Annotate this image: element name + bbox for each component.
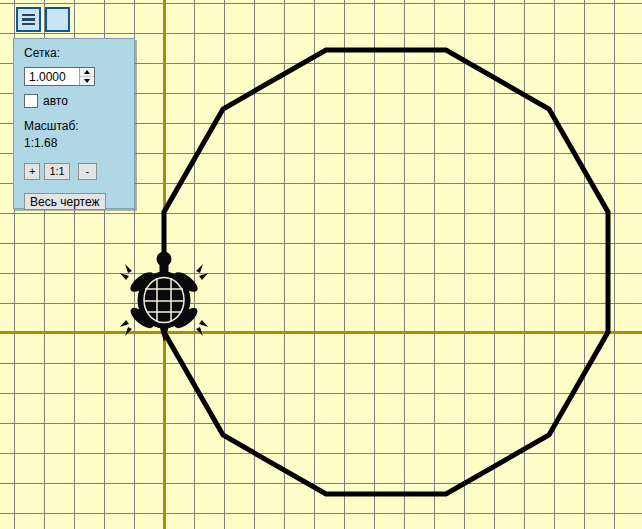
zoom-buttons-row: + 1:1 - <box>24 163 134 180</box>
grid-step-input[interactable] <box>25 68 79 85</box>
zoom-out-button[interactable]: - <box>78 163 97 180</box>
drawn-polygon <box>164 50 608 494</box>
zoom-in-button[interactable]: + <box>24 163 40 180</box>
grid-step-spinbox[interactable] <box>24 67 95 86</box>
zoom-actual-button[interactable]: 1:1 <box>44 163 69 180</box>
auto-checkbox-label: авто <box>43 94 68 108</box>
turtle-head <box>157 252 172 267</box>
control-panel: Сетка: авто Масштаб: 1:1.68 + 1:1 - Весь… <box>13 38 135 209</box>
spinner-buttons <box>79 68 94 85</box>
auto-checkbox[interactable] <box>24 94 38 108</box>
spin-down-button[interactable] <box>80 77 94 85</box>
scale-label: Масштаб: <box>24 119 134 133</box>
blank-swatch-button[interactable] <box>45 7 70 32</box>
auto-checkbox-row[interactable]: авто <box>24 94 134 108</box>
grid-label: Сетка: <box>24 46 134 60</box>
turtle-shell <box>138 272 191 329</box>
turtle-drawing-window: Сетка: авто Масштаб: 1:1.68 + 1:1 - Весь… <box>0 0 642 529</box>
spin-up-button[interactable] <box>80 68 94 77</box>
arrow-down-icon <box>84 79 90 83</box>
hamburger-icon <box>22 14 35 25</box>
arrow-up-icon <box>84 70 90 74</box>
menu-button[interactable] <box>16 7 41 32</box>
scale-value: 1:1.68 <box>24 136 134 150</box>
fit-drawing-button[interactable]: Весь чертеж <box>24 193 106 210</box>
